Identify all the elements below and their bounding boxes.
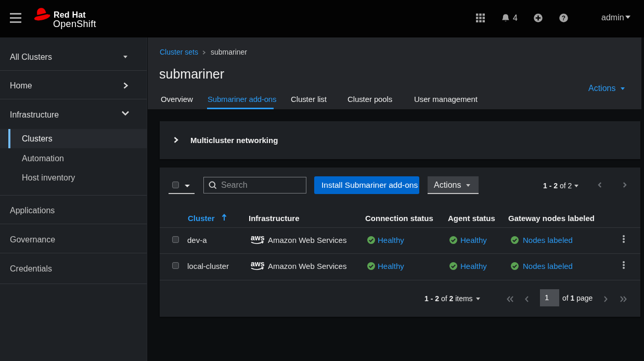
svg-text:aws: aws — [251, 234, 264, 242]
svg-text:aws: aws — [251, 260, 264, 268]
svg-text:?: ? — [562, 15, 565, 22]
